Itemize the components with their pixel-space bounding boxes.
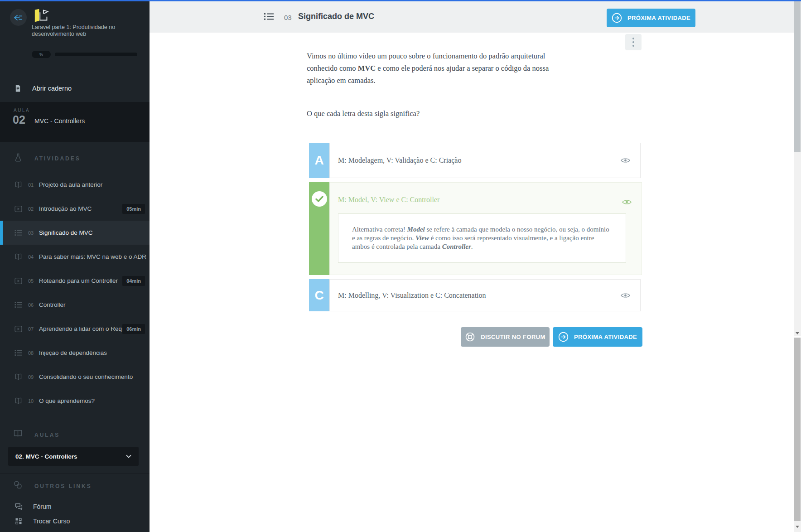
arrow-circle-right-icon (612, 13, 622, 23)
answer-option-a[interactable]: AM: Modelagem, V: Validação e C: Criação (309, 143, 641, 178)
activity-index: 10 (28, 398, 36, 404)
duration-badge: 04min (122, 276, 145, 286)
activity-label: Aprendendo a lidar com o Request (39, 325, 134, 332)
video-icon (14, 277, 23, 285)
sidebar-activity-02[interactable]: 02Introdução ao MVC05min (0, 197, 150, 221)
option-letter: A (309, 143, 329, 178)
collapse-sidebar-button[interactable] (10, 9, 27, 26)
open-notebook-button[interactable]: Abrir caderno (0, 80, 150, 97)
eye-icon[interactable] (622, 199, 632, 205)
activity-label: Roteando para um Controller (39, 277, 118, 284)
next-activity-label: PRÓXIMA ATIVIDADE (574, 334, 637, 340)
activities-list: 01Projeto da aula anterior02Introdução a… (0, 173, 150, 413)
option-text: M: Model, V: View e C: Controller (338, 196, 439, 203)
sidebar-activity-03[interactable]: 03Significado de MVC (0, 221, 150, 245)
activity-label: Para saber mais: MVC na web e o ADR (39, 253, 146, 260)
sidebar-divider (0, 418, 150, 418)
sidebar-activity-05[interactable]: 05Roteando para um Controller04min (0, 269, 150, 293)
notebook-icon (14, 84, 21, 92)
option-letter: C (309, 279, 329, 311)
discuss-forum-button[interactable]: DISCUTIR NO FORUM (461, 327, 550, 347)
main-content: 03 Significado de MVC PRÓXIMA ATIVIDADE … (150, 1, 794, 532)
footer-actions: DISCUTIR NO FORUM PRÓXIMA ATIVIDADE (461, 327, 642, 347)
next-activity-button-bottom[interactable]: PRÓXIMA ATIVIDADE (553, 327, 642, 347)
chevron-down-icon (126, 455, 131, 458)
answer-option-c[interactable]: CM: Modelling, V: Visualization e C: Con… (309, 279, 641, 311)
lesson-select-dropdown[interactable]: 02. MVC - Controllers (8, 447, 139, 466)
other-links-header: OUTROS LINKS (34, 483, 92, 489)
sidebar-activity-04[interactable]: 04Para saber mais: MVC na web e o ADR (0, 245, 150, 269)
sidebar-activity-06[interactable]: 06Controller (0, 293, 150, 317)
list-icon (264, 13, 274, 20)
correct-check-badge (309, 182, 329, 275)
arrow-circle-right-icon (558, 332, 569, 342)
sidebar-activity-10[interactable]: 10O que aprendemos? (0, 389, 150, 413)
aulas-header: AULAS (34, 432, 60, 438)
activity-index: 09 (28, 374, 36, 380)
scrollbar-thumb-content[interactable] (794, 1, 801, 152)
activity-index: 02 (28, 206, 36, 212)
lesson-title: MVC - Controllers (34, 117, 85, 125)
activity-label: Significado de MVC (39, 229, 93, 236)
activity-label: Injeção de dependências (39, 349, 107, 356)
duration-badge: 05min (122, 204, 145, 214)
duration-badge: 06min (122, 324, 145, 334)
sidebar-activity-07[interactable]: 07Aprendendo a lidar com o Request06min (0, 317, 150, 341)
list-icon (14, 229, 23, 236)
check-icon (312, 191, 327, 207)
answer-option-correct[interactable]: M: Model, V: View e C: ControllerAlterna… (309, 182, 641, 275)
book-icon (14, 397, 23, 405)
sidebar-link-trocar-curso[interactable]: Trocar Curso (0, 514, 150, 528)
sidebar-activity-01[interactable]: 01Projeto da aula anterior (0, 173, 150, 197)
activity-label: Controller (39, 301, 66, 308)
lesson-label: AULA (14, 108, 30, 113)
scroll-down-arrow[interactable] (794, 330, 801, 336)
activities-header: ATIVIDADES (34, 155, 81, 162)
scrollbar-track[interactable] (794, 0, 801, 532)
eye-icon[interactable] (621, 292, 630, 299)
activity-header-bar: 03 Significado de MVC PRÓXIMA ATIVIDADE (150, 1, 794, 33)
discuss-forum-label: DISCUTIR NO FORUM (481, 334, 545, 340)
sidebar-link-f-rum[interactable]: Fórum (0, 500, 150, 513)
option-body: M: Model, V: View e C: ControllerAlterna… (329, 182, 642, 275)
open-book-icon (14, 430, 22, 437)
sidebar-activity-08[interactable]: 08Injeção de dependências (0, 341, 150, 365)
active-indicator-bar (0, 221, 3, 245)
next-activity-button-top[interactable]: PRÓXIMA ATIVIDADE (607, 9, 695, 27)
scrollbar-thumb-page[interactable] (794, 338, 801, 521)
scroll-down-arrow[interactable] (794, 524, 801, 529)
question-intro: Vimos no último vídeo um pouco sobre o f… (307, 50, 563, 87)
activity-label: O que aprendemos? (39, 397, 95, 404)
video-icon (14, 205, 23, 213)
lesson-number: 02 (13, 113, 25, 126)
list-icon (14, 301, 23, 308)
option-body: M: Modelling, V: Visualization e C: Conc… (329, 279, 641, 311)
next-activity-label: PRÓXIMA ATIVIDADE (627, 15, 690, 21)
more-options-menu[interactable] (625, 34, 642, 50)
book-icon (14, 181, 23, 189)
eye-icon[interactable] (621, 157, 630, 164)
activity-label: Introdução ao MVC (39, 205, 92, 212)
flask-icon (14, 153, 22, 162)
sidebar-activity-09[interactable]: 09Consolidando o seu conhecimento (0, 365, 150, 389)
arrow-left-icon (14, 15, 23, 21)
lesson-select-value: 02. MVC - Controllers (15, 453, 77, 460)
activity-label: Projeto da aula anterior (39, 181, 102, 188)
activity-index: 03 (28, 230, 36, 236)
links-icon (14, 481, 22, 489)
link-label: Trocar Curso (33, 517, 70, 525)
activity-index: 01 (28, 182, 36, 188)
current-lesson-block[interactable]: AULA 02 MVC - Controllers (0, 102, 150, 142)
question-prompt: O que cada letra desta sigla significa? (307, 109, 420, 118)
forum-icon (15, 503, 23, 510)
laravel-logo (32, 7, 53, 24)
option-text: M: Modelagem, V: Validação e C: Criação (338, 156, 461, 164)
open-notebook-label: Abrir caderno (32, 85, 72, 92)
activity-index: 05 (28, 278, 36, 284)
course-sidebar: Laravel parte 1: Produtividade no desenv… (0, 0, 150, 532)
course-title: Laravel parte 1: Produtividade no desenv… (32, 24, 143, 38)
activity-index: 08 (28, 350, 36, 356)
answer-options: AM: Modelagem, V: Validação e C: Criação… (309, 143, 641, 311)
page-title: Significado de MVC (298, 12, 374, 21)
list-icon (14, 349, 23, 356)
